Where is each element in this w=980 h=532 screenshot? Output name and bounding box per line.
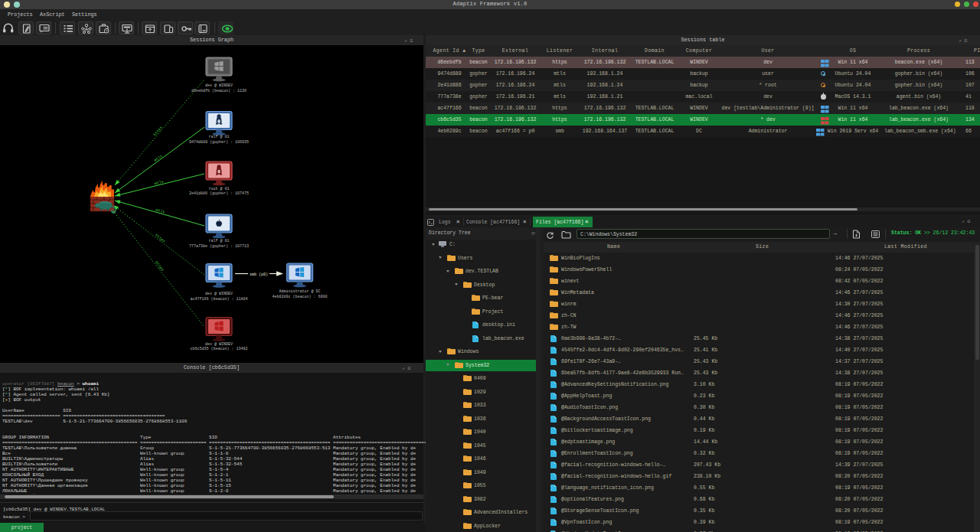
svg-text:ralf @ 01: ralf @ 01 xyxy=(208,239,229,243)
svg-text:root @ 01: root @ 01 xyxy=(208,187,229,191)
svg-text:https: https xyxy=(154,260,165,273)
svg-text:d6eebdfb (beacon) : 1136: d6eebdfb (beacon) : 1136 xyxy=(191,89,247,93)
svg-text:4eb0289c (beacon) : 6000: 4eb0289c (beacon) : 6000 xyxy=(272,295,327,299)
svg-text:cb6c5d35 (beacon) : 13492: cb6c5d35 (beacon) : 13492 xyxy=(190,347,247,351)
svg-text:dev @ WINDEV: dev @ WINDEV xyxy=(205,83,233,88)
svg-text:ralf @ 01: ralf @ 01 xyxy=(208,135,229,139)
svg-text:2e41d886 (gopher) : 107475: 2e41d886 (gopher) : 107475 xyxy=(189,191,249,196)
svg-text:ac47f166 (beacon) : 11804: ac47f166 (beacon) : 11804 xyxy=(190,297,247,302)
svg-text:Administrator @ DC: Administrator @ DC xyxy=(279,289,320,294)
svg-text:777a738e (gopher) : 107713: 777a738e (gopher) : 107713 xyxy=(189,244,249,249)
svg-text:9474d889 (gopher) : 106935: 9474d889 (gopher) : 106935 xyxy=(189,140,249,145)
svg-text:https: https xyxy=(152,126,163,137)
svg-text:https: https xyxy=(154,233,166,244)
svg-text:dev @ WINDEV: dev @ WINDEV xyxy=(205,342,233,347)
svg-text:mtls: mtls xyxy=(154,180,164,187)
svg-text:mtls: mtls xyxy=(155,208,165,215)
svg-text:mtls: mtls xyxy=(153,154,163,163)
svg-text:smb (p0): smb (p0) xyxy=(250,273,268,277)
svg-text:dev @ WINDEV: dev @ WINDEV xyxy=(205,292,233,296)
